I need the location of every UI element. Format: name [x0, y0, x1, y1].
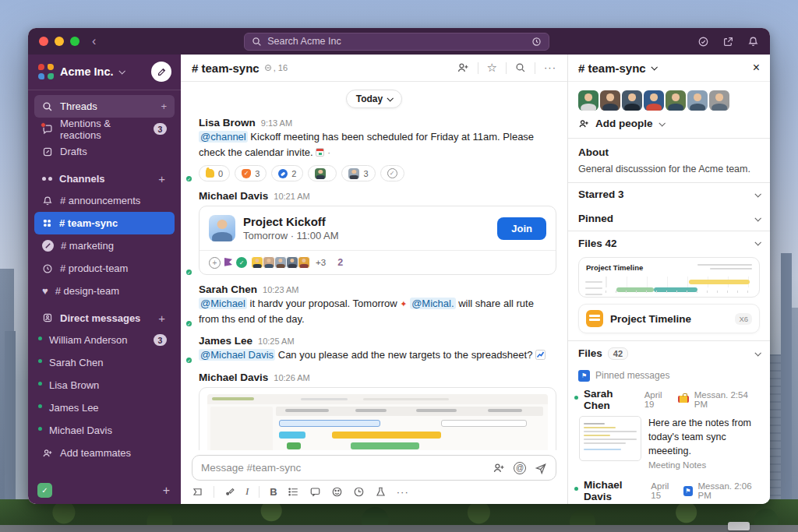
sidebar-add-teammates[interactable]: Add teammates [34, 442, 175, 464]
message-time[interactable]: 9:13 AM [261, 118, 292, 128]
sidebar-channel-product-team[interactable]: # product-team [34, 257, 175, 280]
sidebar-channel-team-sync[interactable]: # team-sync [34, 212, 175, 234]
reaction-phone[interactable]: 2 [271, 165, 303, 181]
sidebar-channel-marketing[interactable]: # marketing [34, 234, 175, 257]
add-people-button[interactable]: Add people [568, 116, 770, 138]
person-icon [42, 312, 53, 323]
global-search-bar[interactable]: Search Acme Inc [244, 33, 549, 51]
sidebar-channel-announcements[interactable]: # announcements [34, 189, 175, 212]
clock-icon[interactable] [353, 486, 365, 498]
close-window-button[interactable] [39, 37, 48, 46]
message-author[interactable]: Sarah Chen [199, 284, 257, 295]
user-mention[interactable]: @Michael Davis [199, 349, 275, 361]
message-author[interactable]: Michael Davis [199, 190, 268, 202]
flask-icon[interactable] [375, 486, 387, 498]
more-options-icon[interactable]: ··· [397, 486, 409, 498]
unread-badge: 3 [154, 334, 167, 346]
files-section-row-2[interactable]: Files 42 [568, 341, 770, 366]
emoji-icon[interactable] [331, 486, 343, 498]
bell-icon[interactable] [747, 36, 759, 48]
channel-title[interactable]: # team-sync [192, 62, 260, 75]
avatar [600, 90, 620, 111]
join-button[interactable]: Join [497, 217, 546, 240]
history-clock-icon[interactable] [531, 37, 542, 47]
event-card: Project Kickoff Tomorrow · 11:00 AM Join… [199, 206, 556, 275]
zoom-window-button[interactable] [70, 37, 79, 46]
panel-header: # team-sync × [568, 55, 770, 82]
channel-members-meta[interactable]: , 16 [264, 63, 288, 72]
message-time[interactable]: 10:23 AM [263, 285, 298, 294]
member-avatars[interactable] [568, 82, 770, 116]
file-preview-card[interactable]: Project Timeline [578, 257, 760, 298]
marker-pen-icon[interactable] [224, 486, 235, 497]
message-author[interactable]: James Lee [199, 335, 252, 347]
message-list[interactable]: Today ✓ Lisa Brown 9:13 AM @channel Kick… [181, 82, 567, 450]
add-channel-button[interactable]: + [158, 172, 165, 185]
bold-icon[interactable]: B [270, 486, 277, 498]
message-composer[interactable]: @ [192, 455, 556, 481]
sidebar-dm-william-anderson[interactable]: William Anderson 3 [34, 329, 175, 351]
workspace-switcher[interactable]: Acme Inc. [28, 55, 181, 88]
reaction-avatar[interactable]: 3 [341, 165, 375, 181]
security-shield-icon[interactable]: ✓ [37, 483, 52, 498]
file-row-project-timeline[interactable]: Project Timeline X6 [578, 304, 760, 333]
channel-mention[interactable]: @channel [199, 131, 248, 143]
minimize-window-button[interactable] [55, 37, 64, 46]
pinned-message-sarah[interactable]: Sarah Chen April 19 Messan. 2:54 PM Here… [568, 386, 770, 477]
close-icon[interactable]: × [753, 61, 760, 75]
search-icon[interactable] [515, 62, 526, 73]
sidebar-channel-design-team[interactable]: ♥ # design-team [34, 280, 175, 302]
overflow-count[interactable]: +3 [316, 258, 326, 267]
new-message-button[interactable] [151, 62, 171, 82]
message-author[interactable]: Michael Davis [199, 372, 268, 383]
pinned-section-row[interactable]: Pinned [568, 206, 770, 231]
add-member-icon[interactable] [457, 62, 469, 74]
sidebar-dm-james-lee[interactable]: James Lee [34, 396, 175, 419]
message-time[interactable]: 10:21 AM [274, 192, 309, 201]
add-reaction-icon: ✓ [387, 168, 397, 178]
add-reaction-button[interactable]: ✓ [380, 165, 404, 181]
user-mention[interactable]: @Michael [199, 298, 247, 309]
sidebar-dm-michael-davis[interactable]: Michael Davis [34, 419, 175, 442]
image-attachment[interactable]: EXPORT [199, 387, 556, 451]
sidebar-item-mentions[interactable]: Mentions & reactions 3 [34, 118, 175, 140]
reaction-shield[interactable]: ✓3 [235, 165, 267, 181]
comment-icon[interactable] [309, 486, 321, 498]
date-divider-pill[interactable]: Today [346, 90, 402, 108]
message-sarah: ✓ Sarah Chen 10:23 AM @Michael it hardv … [192, 284, 556, 326]
reaction-thumbs-up[interactable]: 0 [199, 165, 230, 181]
channels-section-header[interactable]: Channels + [28, 167, 181, 189]
file-badge: X6 [735, 313, 752, 325]
pinned-file-label[interactable]: Meeting Notes [648, 460, 760, 470]
document-thumbnail[interactable] [579, 416, 641, 461]
message-author[interactable]: Lisa Brown [199, 117, 256, 129]
add-dm-button[interactable]: + [158, 312, 165, 325]
bookmark-icon[interactable] [192, 486, 203, 498]
pinned-message-michael[interactable]: Michael Davis April 15 ⚑ Messan. 2:06 PM [568, 477, 770, 504]
panel-title[interactable]: # team-sync [578, 62, 656, 75]
italic-icon[interactable]: I [245, 485, 249, 498]
list-icon[interactable] [288, 486, 299, 498]
sidebar-dm-sarah-chen[interactable]: Sarah Chen [34, 351, 175, 374]
starred-section-row[interactable]: Starred 3 [568, 182, 770, 206]
share-icon[interactable] [722, 36, 734, 48]
send-icon[interactable] [535, 462, 547, 474]
mention-icon[interactable]: @ [514, 462, 526, 474]
reaction-avatar[interactable] [308, 165, 337, 181]
message-input[interactable] [201, 462, 485, 474]
sidebar-item-threads[interactable]: Threads + [34, 95, 175, 118]
reactions-row: 0 ✓3 2 3 ✓ [199, 165, 556, 181]
later-check-icon[interactable] [697, 36, 709, 48]
user-mention[interactable]: @Michal. [410, 298, 455, 309]
sidebar-dm-lisa-brown[interactable]: Lisa Brown [34, 374, 175, 396]
message-time[interactable]: 10:25 AM [258, 336, 294, 346]
add-workspace-button[interactable]: + [163, 484, 170, 498]
plus-circle-icon[interactable]: + [209, 257, 221, 269]
user-add-icon[interactable] [493, 462, 505, 474]
files-section-row[interactable]: Files 42 [568, 231, 770, 255]
history-back-button[interactable]: ‹ [92, 35, 96, 48]
message-time[interactable]: 10:26 AM [274, 373, 309, 382]
reply-count[interactable]: 2 [337, 257, 343, 268]
sidebar-item-drafts[interactable]: Drafts [34, 140, 175, 163]
dms-section-header[interactable]: Direct messages + [28, 307, 181, 329]
